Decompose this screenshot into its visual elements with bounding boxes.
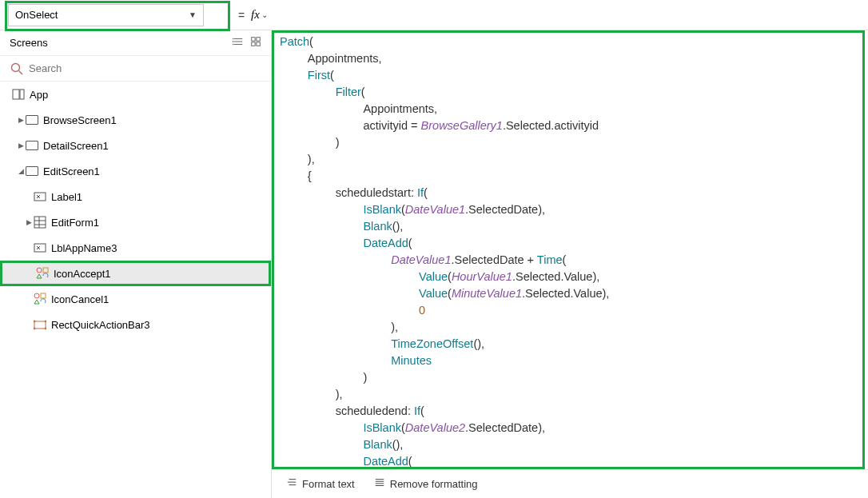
svg-point-26 — [34, 293, 39, 298]
tree-item-label1[interactable]: Label1 — [0, 184, 271, 209]
tree-item-rectquickactionbar3[interactable]: RectQuickActionBar3 — [0, 312, 271, 337]
screens-header-tools — [233, 36, 261, 50]
fx-label: fx — [251, 8, 260, 22]
formula-editor-outer: Patch( Appointments, First( Filter( Appo… — [272, 30, 868, 469]
format-text-icon — [286, 477, 297, 491]
remove-formatting-label: Remove formatting — [390, 478, 478, 490]
expand-icon[interactable]: ▶ — [16, 141, 26, 149]
tree-label: Label1 — [51, 191, 82, 203]
screens-header: Screens — [0, 30, 271, 56]
label-icon — [34, 190, 46, 203]
svg-point-32 — [45, 328, 46, 329]
svg-point-10 — [12, 63, 20, 71]
tree-label: DetailScreen1 — [43, 140, 109, 152]
expand-icon[interactable]: ▶ — [24, 218, 34, 226]
screen-icon — [26, 165, 38, 177]
tree-label: BrowseScreen1 — [43, 114, 117, 126]
svg-line-11 — [19, 70, 23, 74]
svg-point-29 — [34, 321, 35, 322]
svg-rect-9 — [257, 42, 260, 46]
tree-item-detailscreen1[interactable]: ▶ DetailScreen1 — [0, 133, 271, 158]
svg-rect-25 — [43, 268, 48, 273]
remove-formatting-button[interactable]: Remove formatting — [374, 477, 478, 491]
tree-item-lblappname3[interactable]: LblAppName3 — [0, 235, 271, 261]
list-view-icon[interactable] — [233, 36, 244, 50]
remove-formatting-icon — [374, 477, 385, 491]
tree-item-browsescreen1[interactable]: ▶ BrowseScreen1 — [0, 107, 271, 133]
form-icon — [34, 216, 46, 229]
property-dropdown-value: OnSelect — [15, 9, 58, 21]
svg-point-3 — [233, 38, 233, 39]
format-text-button[interactable]: Format text — [286, 477, 355, 491]
svg-rect-12 — [13, 90, 19, 99]
svg-rect-17 — [34, 217, 46, 228]
equals-label: = — [227, 9, 251, 22]
tree-label: EditForm1 — [51, 217, 99, 229]
tree-item-iconcancel1[interactable]: IconCancel1 — [0, 286, 271, 312]
svg-rect-21 — [34, 244, 46, 252]
top-row: OnSelect ▼ = fx ⌄ — [0, 0, 868, 30]
svg-point-4 — [233, 42, 233, 42]
tree-item-editform1[interactable]: ▶ EditForm1 — [0, 209, 271, 235]
rectangle-icon — [34, 318, 46, 331]
tree-label: EditScreen1 — [43, 165, 100, 177]
controls-icon — [36, 267, 49, 280]
svg-rect-14 — [34, 193, 46, 201]
svg-rect-28 — [34, 321, 46, 329]
main-area: Screens App — [0, 30, 868, 498]
formula-editor[interactable]: Patch( Appointments, First( Filter( Appo… — [272, 30, 868, 469]
property-dropdown-wrap: OnSelect ▼ — [0, 1, 227, 30]
svg-point-30 — [45, 321, 46, 322]
tree-label: App — [30, 89, 48, 101]
formula-panel: Patch( Appointments, First( Filter( Appo… — [272, 30, 868, 498]
fx-dropdown[interactable]: fx ⌄ — [251, 8, 286, 22]
tree-label: RectQuickActionBar3 — [51, 319, 150, 331]
svg-rect-8 — [252, 42, 255, 46]
chevron-down-icon: ⌄ — [261, 10, 268, 19]
svg-rect-13 — [20, 90, 24, 99]
grid-view-icon[interactable] — [250, 36, 261, 50]
tree-item-iconaccept1[interactable]: IconAccept1 — [0, 261, 271, 286]
screen-icon — [26, 114, 38, 126]
svg-rect-7 — [257, 38, 260, 41]
screens-title: Screens — [10, 37, 48, 49]
property-dropdown[interactable]: OnSelect ▼ — [8, 4, 204, 26]
tree-item-app[interactable]: App — [0, 82, 271, 107]
tree-label: IconAccept1 — [54, 268, 111, 280]
app-icon — [12, 88, 25, 101]
collapse-icon[interactable]: ◢ — [16, 167, 26, 175]
controls-icon — [34, 293, 46, 305]
chevron-down-icon: ▼ — [189, 10, 197, 19]
screen-icon — [26, 139, 38, 152]
svg-point-31 — [34, 328, 35, 329]
expand-icon[interactable]: ▶ — [16, 116, 26, 124]
svg-rect-6 — [252, 38, 255, 41]
search-input[interactable] — [29, 62, 261, 74]
search-row — [0, 56, 271, 82]
formula-bottom-toolbar: Format text Remove formatting — [272, 469, 868, 498]
label-icon — [34, 241, 46, 254]
svg-rect-27 — [41, 293, 46, 298]
search-icon — [10, 62, 24, 76]
svg-point-5 — [233, 44, 233, 45]
tree-view-panel: Screens App — [0, 30, 272, 498]
tree-view: App ▶ BrowseScreen1 ▶ DetailScreen1 ◢ Ed… — [0, 82, 271, 498]
tree-item-editscreen1[interactable]: ◢ EditScreen1 — [0, 158, 271, 184]
tree-label: LblAppName3 — [51, 242, 117, 254]
svg-point-24 — [37, 268, 42, 273]
format-text-label: Format text — [302, 478, 355, 490]
tree-label: IconCancel1 — [51, 293, 109, 305]
